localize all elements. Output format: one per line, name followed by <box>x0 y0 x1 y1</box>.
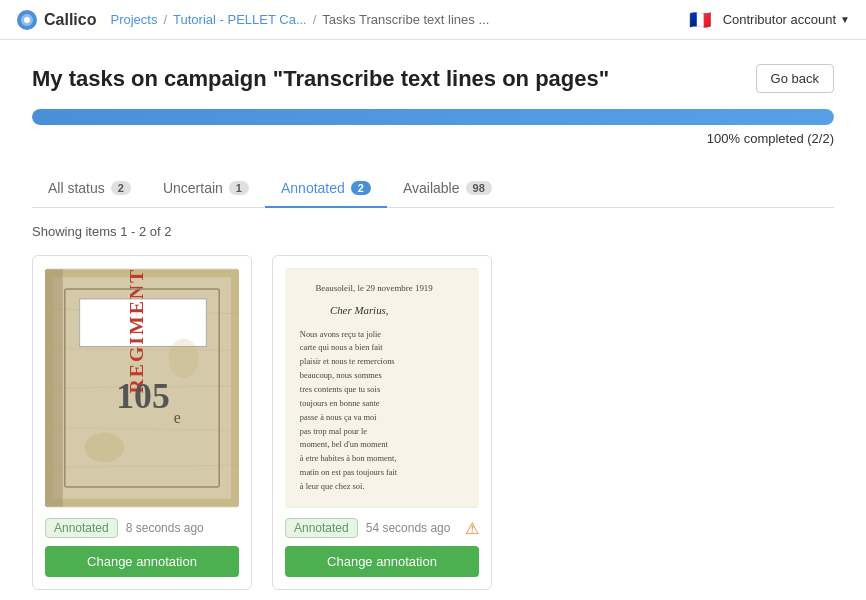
breadcrumb: Projects / Tutorial - PELLET Ca... / Tas… <box>104 12 489 27</box>
card-1-badge: Annotated <box>45 518 118 538</box>
go-back-button[interactable]: Go back <box>756 64 834 93</box>
app-header: Callico Projects / Tutorial - PELLET Ca.… <box>0 0 866 40</box>
tab-uncertain-badge: 1 <box>229 181 249 195</box>
logo: Callico <box>16 9 96 31</box>
tab-annotated-badge: 2 <box>351 181 371 195</box>
svg-text:à leur que chez soi.: à leur que chez soi. <box>300 482 365 491</box>
svg-text:moment, bel d'un moment: moment, bel d'un moment <box>300 440 389 449</box>
svg-text:matin on est pas toujours fait: matin on est pas toujours fait <box>300 468 398 477</box>
svg-text:e: e <box>174 409 181 426</box>
svg-text:pas trop mal pour le: pas trop mal pour le <box>300 427 368 436</box>
svg-text:REGIMENT: REGIMENT <box>125 268 147 393</box>
card-2-change-annotation-button[interactable]: Change annotation <box>285 546 479 577</box>
card-2-image: Beausoleil, le 29 novembre 1919 Cher Mar… <box>285 268 479 508</box>
book-cover-svg: REGIMENT 105 e <box>45 268 239 508</box>
items-count: Showing items 1 - 2 of 2 <box>32 224 834 239</box>
contributor-menu[interactable]: Contributor account ▼ <box>723 12 850 27</box>
card-1: REGIMENT 105 e Annotated 8 seconds ago C… <box>32 255 252 590</box>
progress-label: 100% completed (2/2) <box>32 131 834 146</box>
svg-point-2 <box>24 17 30 23</box>
language-flag[interactable]: 🇫🇷 <box>689 9 711 31</box>
svg-text:Beausoleil, le 29 novembre 191: Beausoleil, le 29 novembre 1919 <box>315 283 433 293</box>
tab-uncertain[interactable]: Uncertain 1 <box>147 170 265 208</box>
progress-bar-container <box>32 109 834 125</box>
tab-annotated-label: Annotated <box>281 180 345 196</box>
card-2-time: 54 seconds ago <box>366 521 451 535</box>
tab-all-status-label: All status <box>48 180 105 196</box>
svg-text:carte qui nous a bien fait: carte qui nous a bien fait <box>300 343 384 352</box>
card-2: Beausoleil, le 29 novembre 1919 Cher Mar… <box>272 255 492 590</box>
tab-available-badge: 98 <box>466 181 492 195</box>
card-1-change-annotation-button[interactable]: Change annotation <box>45 546 239 577</box>
breadcrumb-tutorial[interactable]: Tutorial - PELLET Ca... <box>173 12 307 27</box>
svg-rect-10 <box>45 269 63 507</box>
main-content: My tasks on campaign "Transcribe text li… <box>0 40 866 600</box>
contributor-label: Contributor account <box>723 12 836 27</box>
tab-available[interactable]: Available 98 <box>387 170 508 208</box>
card-1-image: REGIMENT 105 e <box>45 268 239 508</box>
svg-text:passe à nous ça va moi: passe à nous ça va moi <box>300 413 377 422</box>
page-title: My tasks on campaign "Transcribe text li… <box>32 66 609 92</box>
svg-text:toujours en bonne sante: toujours en bonne sante <box>300 399 380 408</box>
logo-icon <box>16 9 38 31</box>
tab-all-status[interactable]: All status 2 <box>32 170 147 208</box>
warning-icon: ⚠ <box>465 519 479 538</box>
svg-text:Cher Marius,: Cher Marius, <box>330 304 389 316</box>
svg-text:105: 105 <box>116 376 169 416</box>
tab-available-label: Available <box>403 180 460 196</box>
svg-text:plaisir et nous te remercions: plaisir et nous te remercions <box>300 357 395 366</box>
chevron-down-icon: ▼ <box>840 14 850 25</box>
card-2-meta: Annotated 54 seconds ago ⚠ <box>285 518 479 538</box>
card-1-meta: Annotated 8 seconds ago <box>45 518 239 538</box>
card-1-time: 8 seconds ago <box>126 521 204 535</box>
card-2-badge: Annotated <box>285 518 358 538</box>
svg-text:Nous avons reçu ta jolie: Nous avons reçu ta jolie <box>300 330 382 339</box>
svg-text:beaucoup, nous sommes: beaucoup, nous sommes <box>300 371 382 380</box>
svg-text:à etre habites à bon moment,: à etre habites à bon moment, <box>300 454 397 463</box>
tab-all-status-badge: 2 <box>111 181 131 195</box>
page-title-row: My tasks on campaign "Transcribe text li… <box>32 64 834 93</box>
letter-svg: Beausoleil, le 29 novembre 1919 Cher Mar… <box>285 268 479 508</box>
progress-bar-fill <box>32 109 834 125</box>
svg-point-17 <box>169 339 199 379</box>
cards-grid: REGIMENT 105 e Annotated 8 seconds ago C… <box>32 255 834 590</box>
breadcrumb-tasks: Tasks Transcribe text lines ... <box>322 12 489 27</box>
tab-annotated[interactable]: Annotated 2 <box>265 170 387 208</box>
tab-uncertain-label: Uncertain <box>163 180 223 196</box>
tabs-row: All status 2 Uncertain 1 Annotated 2 Ava… <box>32 170 834 208</box>
breadcrumb-projects[interactable]: Projects <box>110 12 157 27</box>
header-right: 🇫🇷 Contributor account ▼ <box>689 9 850 31</box>
svg-point-16 <box>85 433 125 463</box>
logo-text: Callico <box>44 11 96 29</box>
svg-text:tres contents que tu sois: tres contents que tu sois <box>300 385 380 394</box>
progress-section: 100% completed (2/2) <box>32 109 834 146</box>
